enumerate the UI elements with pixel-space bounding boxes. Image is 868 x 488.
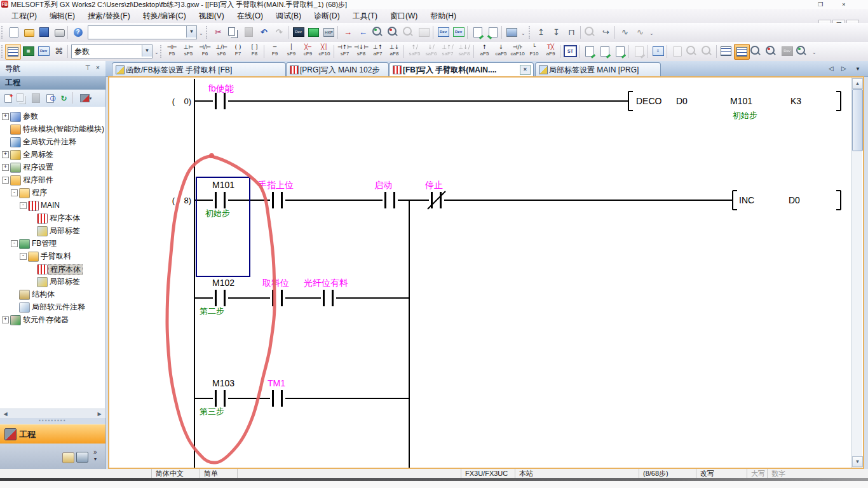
tree-item-program-setting[interactable]: +程序设置 — [0, 161, 105, 173]
tab-scroll-right-icon[interactable]: ▷ — [841, 65, 846, 72]
find-binoculars-icon[interactable]: ⌘ — [51, 44, 66, 58]
expander-icon[interactable]: - — [11, 240, 18, 247]
save-icon[interactable] — [37, 25, 51, 39]
tree-item-fb-arm-pick[interactable]: -手臂取料 — [0, 250, 105, 262]
vertical-line-button[interactable]: │sF9 — [283, 43, 299, 60]
tree-item-main-program-body[interactable]: 程序本体 — [0, 212, 105, 224]
search-combo[interactable]: 参数 ▼ — [71, 44, 153, 58]
step-jump-icon[interactable]: ↪ — [599, 25, 613, 39]
tab-list-icon[interactable]: ▼ — [855, 66, 860, 72]
rising-pulse-close-button[interactable]: ↑/saF5 — [407, 43, 423, 60]
tree-item-local-comment[interactable]: 局部软元件注释 — [0, 301, 105, 313]
menu-help[interactable]: 帮助(H) — [424, 9, 463, 24]
paste-icon[interactable] — [241, 25, 256, 39]
menu-view[interactable]: 视图(V) — [193, 9, 231, 24]
connection-destination-icon[interactable] — [76, 452, 88, 463]
statement-edit-icon[interactable] — [597, 44, 612, 58]
device-comment-icon[interactable]: Dev — [291, 25, 306, 39]
delete-horizontal-line-button[interactable]: ╳─cF9 — [300, 43, 316, 60]
paste-data-icon[interactable] — [29, 92, 43, 105]
editor-vertical-scrollbar[interactable]: ▲ ▼ — [851, 78, 862, 468]
closed-branch-button[interactable]: ⊥/⊢sF6 — [214, 43, 229, 60]
expander-icon[interactable]: - — [11, 189, 18, 196]
rising-pulse-button[interactable]: ⊣↑⊢sF7 — [337, 43, 353, 60]
falling-pulse-close-branch-button[interactable]: ⊥↓/saF8 — [456, 43, 472, 60]
new-data-icon[interactable]: ✦ — [1, 92, 15, 105]
toolbar-combo[interactable]: ▼ — [88, 25, 197, 39]
ladder-block-list-icon[interactable] — [719, 44, 733, 58]
invert-operation-button[interactable]: ⊣∕⊦caF10 — [510, 43, 526, 60]
falling-pulse-close-button[interactable]: ↓/saF6 — [423, 43, 439, 60]
close-icon[interactable]: × — [839, 1, 849, 8]
toolbar-overflow-icon[interactable]: ⌄ — [154, 50, 159, 55]
toolbar-overflow-icon[interactable]: ⌄ — [521, 30, 526, 36]
close-panel-icon[interactable]: × — [94, 64, 102, 72]
tree-item-fb-program-body[interactable]: 程序本体 — [0, 263, 105, 275]
module-config-icon[interactable]: ▦ — [21, 44, 36, 58]
doc-find-icon[interactable] — [685, 44, 700, 58]
falling-pulse-button[interactable]: ⊣↓⊢sF8 — [353, 43, 369, 60]
tab-close-icon[interactable]: × — [520, 65, 531, 75]
find-device-icon[interactable] — [749, 44, 764, 58]
tab-prg-main[interactable]: [PRG]写入 MAIN 102步 — [286, 62, 389, 76]
zoom-icon[interactable] — [795, 44, 810, 58]
verify-with-plc-icon[interactable] — [371, 25, 386, 39]
toolbar-drag-handle[interactable] — [206, 26, 210, 39]
doc-find-2-icon[interactable] — [700, 44, 715, 58]
copy-icon[interactable] — [226, 25, 241, 39]
copy-data-icon[interactable] — [15, 92, 29, 105]
ladder-monitor-icon[interactable] — [306, 25, 321, 39]
horizontal-line-button[interactable]: ─F9 — [267, 43, 283, 60]
monitor-stop-icon[interactable] — [417, 25, 431, 39]
user-library-icon[interactable] — [62, 452, 74, 463]
convert-result-button[interactable]: ↓caF5 — [493, 43, 509, 60]
tree-item-global-label[interactable]: +全局标签 — [0, 149, 105, 161]
online-change-icon[interactable] — [402, 25, 416, 39]
panel-splitter[interactable]: ▪▪▪▪▪▪▪▪▪ — [0, 418, 105, 424]
rising-pulse-branch-button[interactable]: ⊥↑aF7 — [370, 43, 386, 60]
tree-item-global-comment[interactable]: 全局软元件注释 — [0, 136, 105, 148]
new-file-icon[interactable] — [6, 25, 21, 39]
doc-gen-icon[interactable] — [670, 44, 684, 58]
delete-vertical-line-button[interactable]: ╳│cF10 — [316, 43, 332, 60]
tree-item-main[interactable]: -MAIN — [0, 200, 105, 212]
device-test-icon[interactable]: HKP — [322, 25, 336, 39]
tree-item-main-local-label[interactable]: 局部标签 — [0, 225, 105, 237]
more-buttons-icon[interactable]: » — [93, 449, 97, 456]
scaling-down-icon[interactable]: ↧ — [549, 25, 564, 39]
pulse-run-icon[interactable]: ⊓ — [564, 25, 579, 39]
device-display-1-icon[interactable]: Dev — [436, 25, 451, 39]
rising-pulse-close-branch-button[interactable]: ⊥↑/saF7 — [440, 43, 456, 60]
statement-list-icon[interactable] — [470, 25, 485, 39]
tree-item-program[interactable]: -程序 — [0, 187, 105, 199]
navigation-window-icon[interactable] — [5, 44, 21, 60]
find-device-red-icon[interactable] — [764, 44, 779, 58]
scrollbar-thumb[interactable] — [852, 89, 863, 151]
menu-find-replace[interactable]: 搜索/替换(F) — [81, 9, 137, 24]
project-task-button[interactable]: 工程 — [0, 424, 105, 445]
data-property-icon[interactable]: ⓘ — [43, 92, 57, 105]
tab-local-label-setting[interactable]: 局部标签设置 MAIN [PRG] — [535, 62, 661, 76]
toolbar-overflow-icon[interactable]: ⌄ — [649, 30, 654, 36]
refresh-view-icon[interactable]: ↻ — [57, 92, 71, 105]
scroll-left-icon[interactable]: ◀ — [1, 410, 10, 418]
falling-pulse-branch-button[interactable]: ⊥↓aF8 — [386, 43, 402, 60]
expander-icon[interactable]: + — [2, 164, 9, 171]
tree-item-special-module[interactable]: 特殊模块(智能功能模块) — [0, 123, 105, 135]
sort-display-icon[interactable]: ▾ — [76, 92, 95, 105]
tree-item-parameter[interactable]: +参数 — [0, 111, 105, 123]
dev-display-icon[interactable]: Dev — [780, 44, 794, 58]
open-contact-button[interactable]: ⊣⊢F5 — [164, 43, 180, 60]
inline-comment-edit-icon[interactable]: ≡ — [651, 44, 665, 58]
ladder-editor[interactable]: ( 0) fb使能 DECO D0 M101 K3 初始步 ( 8) M101 … — [108, 76, 864, 469]
menu-diagnostics[interactable]: 诊断(D) — [308, 9, 346, 24]
note-list-icon[interactable] — [485, 25, 500, 39]
undo-icon[interactable]: ↶ — [257, 25, 271, 39]
invert-result-button[interactable]: ↑aF5 — [477, 43, 492, 60]
expander-icon[interactable]: - — [20, 253, 27, 260]
redo-icon[interactable]: ↷ — [272, 25, 287, 39]
ladder-block-list-active-icon[interactable] — [734, 44, 750, 60]
tab-fb-label-setting[interactable]: 函数/FB标签设置 手臂取料 [FB] — [112, 62, 286, 76]
tree-item-fb-manage[interactable]: -FB管理 — [0, 238, 105, 250]
note-edit-icon[interactable] — [613, 44, 627, 58]
